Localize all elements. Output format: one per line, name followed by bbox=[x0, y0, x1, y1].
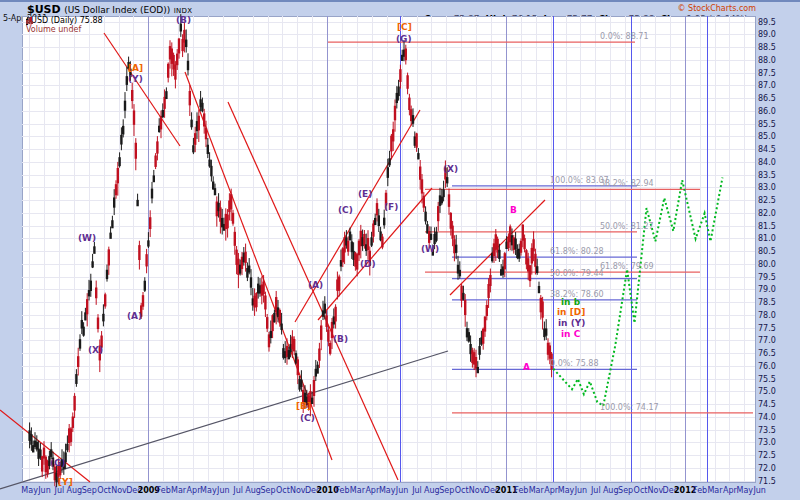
month-tick-label: Jul bbox=[412, 486, 422, 495]
fib-level-label: 50.0%: 81.27 bbox=[600, 222, 654, 231]
wave-annotation: [C] bbox=[397, 22, 412, 32]
month-tick-label: Jun bbox=[396, 486, 409, 495]
month-tick-label: May bbox=[737, 486, 754, 495]
month-tick-label: Sep bbox=[82, 486, 97, 495]
wave-annotation: in (Y) bbox=[558, 318, 585, 328]
month-tick-label: Apr bbox=[544, 486, 558, 495]
month-tick-label: Jun bbox=[38, 486, 51, 495]
month-tick-label: Apr bbox=[723, 486, 737, 495]
wave-annotation: (B) bbox=[333, 334, 348, 344]
wave-annotation: (D) bbox=[360, 259, 376, 269]
month-tick-label: May bbox=[379, 486, 396, 495]
price-tick-label: 77.5 bbox=[758, 324, 776, 333]
month-tick-label: Aug bbox=[424, 486, 440, 495]
wave-annotation: (B) bbox=[176, 15, 191, 25]
month-tick-label: May bbox=[200, 486, 217, 495]
fib-level-label: 0.0%: 88.71 bbox=[600, 32, 648, 41]
wave-annotation: in b bbox=[561, 297, 580, 307]
month-tick-label: Mar bbox=[171, 486, 186, 495]
price-tick-label: 87.5 bbox=[758, 69, 776, 78]
wave-annotation: [Y] bbox=[58, 477, 73, 487]
month-tick-label: Jun bbox=[575, 486, 588, 495]
fib-level-label: 61.8%: 80.28 bbox=[550, 247, 604, 256]
price-tick-label: 81.5 bbox=[758, 222, 776, 231]
month-tick-label: Feb bbox=[157, 486, 171, 495]
price-tick-label: 74.5 bbox=[758, 400, 776, 409]
volume-bars-icon bbox=[26, 17, 33, 24]
fib-level-label: 0.0%: 75.88 bbox=[550, 359, 598, 368]
price-tick-label: 86.0 bbox=[758, 107, 776, 116]
price-tick-label: 73.0 bbox=[758, 438, 776, 447]
month-tick-label: Oct bbox=[455, 486, 469, 495]
month-tick-label: Jun bbox=[217, 486, 230, 495]
wave-annotation: (G) bbox=[50, 458, 66, 468]
fib-level-label: 38.2%: 82.94 bbox=[600, 179, 654, 188]
wave-annotation: B bbox=[510, 205, 517, 215]
price-tick-label: 76.0 bbox=[758, 362, 776, 371]
price-tick-label: 87.0 bbox=[758, 81, 776, 90]
price-tick-label: 72.0 bbox=[758, 464, 776, 473]
month-tick-label: Mar bbox=[529, 486, 544, 495]
price-tick-label: 89.5 bbox=[758, 18, 776, 27]
month-tick-label: Sep bbox=[439, 486, 454, 495]
legend-volume-row: Volume undef bbox=[26, 26, 103, 34]
month-tick-label: Mar bbox=[350, 486, 365, 495]
price-tick-label: 79.5 bbox=[758, 273, 776, 282]
legend-volume-label: Volume undef bbox=[26, 25, 81, 34]
month-tick-label: Jun bbox=[753, 486, 766, 495]
price-tick-label: 82.5 bbox=[758, 196, 776, 205]
price-tick-label: 83.0 bbox=[758, 183, 776, 192]
wave-annotation: (C) bbox=[300, 413, 315, 423]
legend-series-row: $USD (Daily) 75.88 bbox=[26, 17, 103, 25]
price-tick-label: 79.0 bbox=[758, 285, 776, 294]
price-tick-label: 78.5 bbox=[758, 298, 776, 307]
price-tick-label: 82.0 bbox=[758, 209, 776, 218]
price-tick-label: 80.5 bbox=[758, 247, 776, 256]
month-tick-label: Aug bbox=[245, 486, 261, 495]
wave-annotation: in [D] bbox=[557, 307, 585, 317]
month-tick-label: Aug bbox=[66, 486, 82, 495]
wave-annotation: (X) bbox=[88, 345, 103, 355]
month-tick-label: Jul bbox=[233, 486, 243, 495]
price-tick-label: 84.5 bbox=[758, 145, 776, 154]
price-tick-label: 77.0 bbox=[758, 336, 776, 345]
month-tick-label: May bbox=[21, 486, 38, 495]
month-tick-label: Mar bbox=[707, 486, 722, 495]
price-tick-label: 80.0 bbox=[758, 260, 776, 269]
fib-level-label: 61.8%: 79.69 bbox=[600, 262, 654, 271]
month-tick-label: May bbox=[558, 486, 575, 495]
month-tick-label: Apr bbox=[365, 486, 379, 495]
price-tick-label: 85.5 bbox=[758, 120, 776, 129]
fib-level-label: 100.0%: 74.17 bbox=[600, 403, 659, 412]
month-tick-label: Jul bbox=[591, 486, 601, 495]
price-chart-svg bbox=[0, 2, 800, 500]
wave-annotation: (E) bbox=[358, 189, 372, 199]
month-tick-label: Apr bbox=[187, 486, 201, 495]
month-tick-label: Jul bbox=[55, 486, 65, 495]
month-tick-label: Nov bbox=[111, 486, 127, 495]
wave-annotation: (F) bbox=[384, 202, 398, 212]
chart-frame: $USD (US Dollar Index (EOD)) INDX 5-Apr-… bbox=[0, 0, 800, 500]
month-tick-label: Feb bbox=[514, 486, 528, 495]
price-tick-label: 72.5 bbox=[758, 451, 776, 460]
month-tick-label: Feb bbox=[335, 486, 349, 495]
wave-annotation: (X) bbox=[443, 164, 458, 174]
month-tick-label: Oct bbox=[97, 486, 111, 495]
month-tick-label: Sep bbox=[618, 486, 633, 495]
price-tick-label: 75.0 bbox=[758, 387, 776, 396]
price-tick-label: 71.5 bbox=[758, 477, 776, 486]
month-tick-label: Aug bbox=[603, 486, 619, 495]
month-tick-label: Nov bbox=[469, 486, 485, 495]
price-tick-label: 89.0 bbox=[758, 30, 776, 39]
price-tick-label: 88.5 bbox=[758, 43, 776, 52]
price-tick-label: 85.0 bbox=[758, 132, 776, 141]
price-tick-label: 84.0 bbox=[758, 158, 776, 167]
price-tick-label: 86.5 bbox=[758, 94, 776, 103]
price-tick-label: 83.5 bbox=[758, 171, 776, 180]
fib-level-label: 50.0%: 79.44 bbox=[550, 269, 604, 278]
month-tick-label: Nov bbox=[290, 486, 306, 495]
wave-annotation: (Y) bbox=[128, 74, 143, 84]
month-tick-label: Feb bbox=[693, 486, 707, 495]
month-tick-label: Oct bbox=[276, 486, 290, 495]
wave-annotation: in C bbox=[561, 329, 580, 339]
